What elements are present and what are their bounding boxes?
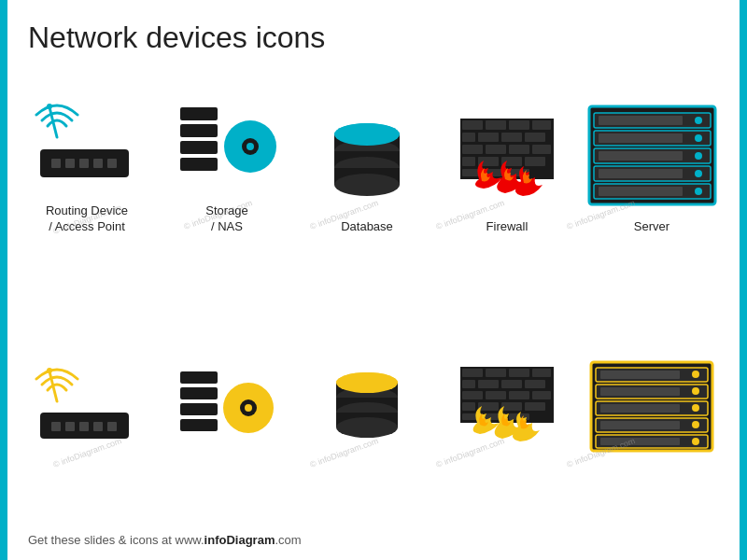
svg-rect-87 bbox=[462, 380, 475, 388]
svg-point-81 bbox=[336, 372, 398, 393]
svg-rect-4 bbox=[65, 159, 75, 168]
svg-rect-63 bbox=[65, 422, 75, 431]
bottom-suffix: .com bbox=[275, 533, 301, 547]
svg-point-49 bbox=[695, 117, 702, 124]
svg-rect-3 bbox=[51, 159, 61, 168]
svg-rect-83 bbox=[462, 369, 483, 377]
storage-yellow-graphic bbox=[166, 355, 288, 457]
router-cyan-label: Routing Device/ Access Point bbox=[46, 203, 128, 235]
svg-rect-36 bbox=[462, 157, 475, 166]
svg-rect-29 bbox=[478, 133, 499, 142]
svg-point-1 bbox=[47, 104, 52, 109]
svg-rect-9 bbox=[180, 124, 218, 137]
svg-rect-65 bbox=[93, 422, 103, 431]
svg-rect-97 bbox=[501, 402, 522, 411]
svg-point-73 bbox=[245, 404, 252, 412]
svg-rect-39 bbox=[525, 157, 545, 166]
storage-cyan-graphic bbox=[166, 93, 288, 196]
database-cyan-label: Database bbox=[341, 219, 393, 235]
svg-point-14 bbox=[247, 143, 254, 150]
svg-rect-28 bbox=[462, 133, 475, 142]
svg-point-112 bbox=[692, 438, 699, 445]
svg-rect-11 bbox=[180, 158, 218, 171]
svg-rect-90 bbox=[525, 380, 545, 388]
storage-yellow-cell bbox=[157, 355, 297, 457]
server-cyan-icon bbox=[585, 102, 720, 209]
svg-point-51 bbox=[695, 152, 702, 160]
svg-rect-114 bbox=[600, 387, 680, 396]
server-cyan-cell: Server bbox=[577, 100, 726, 235]
svg-rect-66 bbox=[107, 422, 117, 431]
svg-rect-85 bbox=[509, 369, 529, 377]
bottom-text: Get these slides & icons at www.infoDiag… bbox=[28, 533, 302, 547]
server-yellow-graphic bbox=[582, 355, 722, 457]
database-yellow-cell bbox=[297, 355, 437, 457]
row2-icons bbox=[17, 355, 726, 457]
svg-point-109 bbox=[692, 387, 699, 395]
storage-cyan-label: Storage/ NAS bbox=[205, 203, 248, 235]
router-cyan-cell: Routing Device/ Access Point bbox=[17, 93, 157, 235]
svg-point-53 bbox=[695, 188, 702, 195]
svg-rect-10 bbox=[180, 141, 218, 154]
server-cyan-label: Server bbox=[634, 219, 669, 235]
firewall-yellow-cell bbox=[437, 355, 577, 457]
svg-rect-30 bbox=[501, 133, 522, 142]
firewall-graphic bbox=[446, 109, 568, 212]
svg-rect-64 bbox=[79, 422, 89, 431]
bottom-brand: infoDiagram bbox=[204, 533, 275, 547]
svg-rect-93 bbox=[509, 391, 529, 399]
svg-rect-68 bbox=[180, 387, 218, 399]
svg-point-21 bbox=[334, 174, 400, 196]
svg-rect-57 bbox=[599, 169, 683, 178]
svg-point-22 bbox=[334, 123, 400, 146]
svg-rect-62 bbox=[51, 422, 61, 431]
svg-rect-26 bbox=[509, 120, 529, 130]
svg-rect-115 bbox=[600, 404, 680, 413]
router-yellow-cell bbox=[17, 355, 157, 457]
svg-rect-33 bbox=[486, 145, 506, 154]
svg-rect-54 bbox=[599, 116, 683, 125]
svg-rect-95 bbox=[462, 402, 475, 411]
router-yellow-graphic bbox=[26, 355, 148, 457]
svg-rect-25 bbox=[486, 120, 506, 130]
svg-rect-34 bbox=[509, 145, 529, 154]
firewall-cell: Firewall bbox=[437, 109, 577, 235]
database-yellow-icon bbox=[316, 364, 418, 448]
firewall-icon bbox=[451, 114, 563, 207]
svg-rect-24 bbox=[462, 120, 483, 130]
svg-point-110 bbox=[692, 404, 699, 412]
row1-icons: Routing Device/ Access Point Storage/ NA… bbox=[17, 93, 726, 235]
server-yellow-icon bbox=[586, 357, 717, 455]
svg-rect-56 bbox=[599, 151, 683, 161]
svg-rect-70 bbox=[180, 419, 218, 431]
svg-point-50 bbox=[695, 134, 702, 142]
svg-rect-69 bbox=[180, 403, 218, 415]
svg-rect-116 bbox=[600, 421, 680, 429]
svg-point-108 bbox=[692, 371, 699, 378]
left-accent-bar bbox=[0, 0, 7, 560]
svg-point-52 bbox=[695, 170, 702, 177]
svg-rect-8 bbox=[180, 107, 218, 120]
svg-rect-5 bbox=[79, 159, 89, 168]
svg-point-111 bbox=[692, 421, 699, 428]
svg-rect-98 bbox=[525, 402, 545, 411]
svg-rect-31 bbox=[525, 133, 545, 142]
svg-rect-55 bbox=[599, 133, 683, 143]
svg-rect-7 bbox=[107, 159, 117, 168]
firewall-label: Firewall bbox=[486, 219, 529, 235]
right-accent-bar bbox=[740, 0, 747, 560]
server-yellow-cell bbox=[577, 355, 726, 457]
svg-rect-32 bbox=[462, 145, 483, 154]
svg-rect-113 bbox=[600, 371, 680, 379]
storage-yellow-icon bbox=[176, 364, 278, 448]
svg-rect-89 bbox=[501, 380, 522, 388]
database-cyan-cell: Database bbox=[297, 109, 437, 235]
router-yellow-icon bbox=[31, 364, 143, 448]
database-yellow-graphic bbox=[306, 355, 428, 457]
svg-rect-86 bbox=[532, 369, 551, 377]
svg-rect-92 bbox=[486, 391, 506, 399]
svg-rect-117 bbox=[600, 438, 680, 445]
svg-rect-27 bbox=[532, 120, 551, 130]
router-cyan-icon bbox=[31, 98, 143, 191]
svg-point-60 bbox=[47, 368, 52, 373]
